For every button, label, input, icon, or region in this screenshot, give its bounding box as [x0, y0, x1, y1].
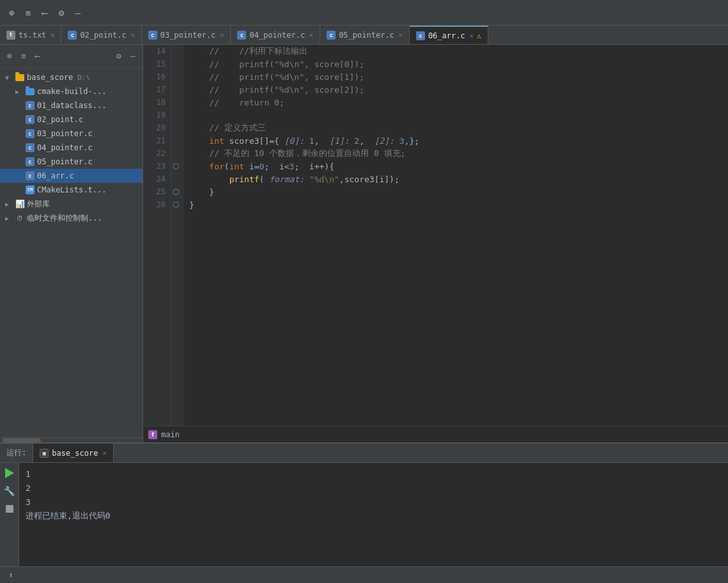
run-label-text: 运行: — [6, 447, 26, 458]
tab-close-02-point[interactable]: ✕ — [131, 31, 135, 38]
tab-label-03-pointer: 03_pointer.c — [160, 31, 216, 40]
folder-icon-base-score — [15, 74, 24, 81]
tree-label-03-pointer: 03_pointer.c — [37, 129, 93, 138]
tree-item-03-pointer[interactable]: ▶ c 03_pointer.c — [0, 127, 143, 141]
run-bottom-icon[interactable]: ⬆ — [5, 570, 17, 581]
gutter-20 — [171, 121, 180, 134]
breadcrumb-func-name: main — [161, 430, 180, 439]
run-sidebar: 🔧 — [0, 463, 19, 566]
gutter-18 — [171, 96, 180, 109]
code-text-area[interactable]: // //利用下标法输出 // printf("%d\n", score[0])… — [184, 45, 728, 426]
tree-item-02-point[interactable]: ▶ c 02_point.c — [0, 113, 143, 127]
tab-close-06-arr[interactable]: ✕ — [470, 32, 474, 39]
tab-05-pointer[interactable]: c 05_pointer.c ✕ — [320, 26, 410, 44]
tab-close-05-pointer[interactable]: ✕ — [399, 31, 403, 38]
code-editor: 14 15 16 17 18 19 20 21 22 23 24 25 26 — [143, 45, 728, 442]
sidebar-layout-icon[interactable]: ⊕ — [4, 51, 15, 62]
line-num-16: 16 — [143, 70, 171, 83]
editor-tab-bar: t ts.txt ✕ c 02_point.c ✕ c 03_pointer.c… — [0, 26, 728, 45]
wrench-icon: 🔧 — [4, 486, 15, 496]
gutter-16 — [171, 70, 180, 83]
sidebar-scrollbar[interactable] — [0, 437, 143, 442]
tab-icon-txt: t — [6, 31, 15, 40]
tree-item-base-score[interactable]: ▼ base_score D:\ — [0, 70, 143, 84]
run-tab-label: base_score — [52, 449, 98, 458]
code-line-23: for(int i=0; i<3; i++){ — [189, 160, 728, 173]
output-text-3: 3 — [26, 497, 31, 507]
folder-icon-cmake-build — [26, 88, 35, 95]
tab-label-04-pointer: 04_pointer.c — [249, 31, 305, 40]
sidebar-minimize-icon[interactable]: — — [127, 51, 139, 62]
project-sidebar: ⊕ ≡ ⟵ ⚙ — ▼ base_score D:\ ▶ cmake-build… — [0, 45, 143, 442]
tab-02-point[interactable]: c 02_point.c ✕ — [61, 26, 141, 44]
code-line-25: } — [189, 185, 728, 198]
c-file-icon-02: c — [26, 115, 35, 124]
run-tab-base-score[interactable]: ▣ base_score ✕ — [33, 444, 113, 462]
run-bottom-bar: ⬆ — [0, 566, 728, 583]
run-wrench-button[interactable]: 🔧 — [3, 485, 16, 497]
tree-label-base-score: base_score — [27, 73, 73, 82]
line-num-22: 22 — [143, 147, 171, 160]
tree-item-temp-files[interactable]: ▶ ⏱ 临时文件和控制制... — [0, 211, 143, 225]
layout-icon[interactable]: ⊕ — [5, 6, 18, 19]
tab-label-06-arr: 06_arr.c — [428, 31, 465, 40]
function-icon: f — [148, 430, 157, 439]
code-content-area: 14 15 16 17 18 19 20 21 22 23 24 25 26 — [143, 45, 728, 426]
gutter-17 — [171, 83, 180, 96]
tree-item-06-arr[interactable]: ▶ c 06_arr.c — [0, 169, 143, 183]
tab-ts-txt[interactable]: t ts.txt ✕ — [0, 26, 61, 44]
stop-icon — [6, 505, 13, 513]
sidebar-settings-icon[interactable]: ⚙ — [113, 51, 125, 62]
tab-03-pointer[interactable]: c 03_pointer.c ✕ — [142, 26, 231, 44]
line-num-23: 23 — [143, 160, 171, 173]
tree-label-cmake-build: cmake-build-... — [37, 87, 106, 96]
tree-label-ext-libs: 外部库 — [27, 199, 50, 210]
code-line-26: } — [189, 198, 728, 211]
main-toolbar: ⊕ ≡ ⟵ ⚙ — — [0, 0, 728, 26]
gutter-26[interactable]: ⬡ — [171, 198, 180, 211]
tab-label-ts-txt: ts.txt — [19, 31, 46, 40]
line-num-17: 17 — [143, 83, 171, 96]
minimize-icon[interactable]: — — [72, 6, 84, 19]
gutter-14 — [171, 45, 180, 58]
line-num-18: 18 — [143, 96, 171, 109]
tab-close-ts-txt[interactable]: ✕ — [50, 31, 54, 38]
tab-04-pointer[interactable]: c 04_pointer.c ✕ — [231, 26, 320, 44]
back-icon[interactable]: ⟵ — [38, 6, 51, 19]
run-content: 🔧 1 2 3 进程已结束,退出代码0 — [0, 463, 728, 566]
tab-close-04-pointer[interactable]: ✕ — [309, 31, 313, 38]
tree-item-cmake-build[interactable]: ▶ cmake-build-... — [0, 84, 143, 98]
c-file-icon-01: c — [26, 101, 35, 110]
tree-item-05-pointer[interactable]: ▶ c 05_pointer.c — [0, 155, 143, 169]
run-play-button[interactable] — [3, 467, 16, 479]
line-num-15: 15 — [143, 58, 171, 70]
code-line-16: // printf("%d\n", score[1]); — [189, 70, 728, 83]
collapse-icon[interactable]: ≡ — [22, 6, 35, 19]
tab-close-03-pointer[interactable]: ✕ — [220, 31, 224, 38]
gutter-22 — [171, 147, 180, 160]
code-line-22: // 不足的 10 个数据，剩余的位置自动用 0 填充; — [189, 147, 728, 160]
gutter-23[interactable]: ⬡ — [171, 160, 180, 173]
tree-item-04-pointer[interactable]: ▶ c 04_pointer.c — [0, 141, 143, 155]
chevron-right-icon-ext: ▶ — [5, 201, 13, 208]
tree-label-04-pointer: 04_pointer.c — [37, 143, 93, 152]
breadcrumb-bar: f main — [143, 426, 728, 442]
c-file-icon-04: c — [26, 143, 35, 152]
tab-06-arr[interactable]: c 06_arr.c ✕ ⚠ — [410, 26, 488, 44]
run-stop-button[interactable] — [3, 502, 16, 515]
gutter-25[interactable]: ⬡ — [171, 185, 180, 198]
tree-item-ext-libs[interactable]: ▶ 📊 外部库 — [0, 197, 143, 211]
settings-icon[interactable]: ⚙ — [55, 6, 68, 19]
run-panel: 运行: ▣ base_score ✕ 🔧 1 2 — [0, 442, 728, 583]
code-line-20: // 定义方式三 — [189, 121, 728, 134]
tab-icon-03-pointer: c — [148, 31, 157, 40]
run-tab-close[interactable]: ✕ — [102, 449, 106, 456]
tree-item-01-dataclass[interactable]: ▶ c 01_dataclass... — [0, 98, 143, 113]
code-line-21: int score3[]={ [0]: 1, [1]: 2, [2]: 3,}; — [189, 134, 728, 147]
sidebar-back-icon[interactable]: ⟵ — [32, 51, 43, 62]
chevron-down-icon: ▼ — [5, 74, 13, 81]
sidebar-collapse-icon[interactable]: ≡ — [18, 51, 29, 62]
tree-item-cmake-lists[interactable]: ▶ CM CMakeLists.t... — [0, 183, 143, 197]
tab-icon-05-pointer: c — [327, 31, 336, 40]
fold-gutter: ⬡ ⬡ ⬡ — [171, 45, 184, 426]
